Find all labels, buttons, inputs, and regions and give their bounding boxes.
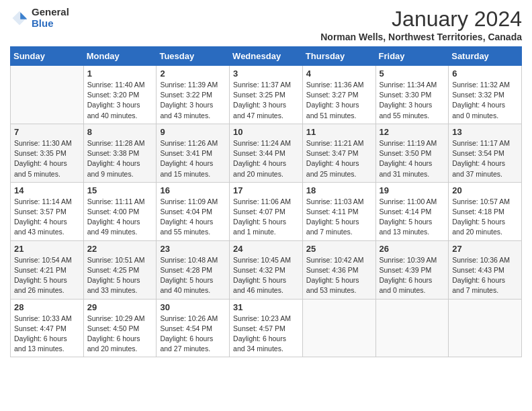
day-number: 21 bbox=[14, 244, 80, 254]
day-cell bbox=[302, 299, 375, 357]
day-number: 10 bbox=[233, 127, 299, 137]
day-number: 11 bbox=[306, 127, 372, 137]
day-cell: 4Sunrise: 11:36 AMSunset: 3:27 PMDayligh… bbox=[302, 66, 375, 124]
day-cell: 29Sunrise: 10:29 AMSunset: 4:50 PMDaylig… bbox=[83, 299, 157, 357]
day-cell: 25Sunrise: 10:42 AMSunset: 4:36 PMDaylig… bbox=[302, 240, 375, 299]
day-info: Sunrise: 11:28 AMSunset: 3:38 PMDaylight… bbox=[87, 138, 153, 179]
day-cell: 30Sunrise: 10:26 AMSunset: 4:54 PMDaylig… bbox=[157, 299, 230, 357]
day-cell bbox=[11, 66, 84, 124]
weekday-header-wednesday: Wednesday bbox=[230, 47, 303, 66]
day-info: Sunrise: 11:11 AMSunset: 4:00 PMDaylight… bbox=[87, 197, 153, 238]
day-cell: 7Sunrise: 11:30 AMSunset: 3:35 PMDayligh… bbox=[11, 124, 84, 182]
day-info: Sunrise: 11:26 AMSunset: 3:41 PMDaylight… bbox=[160, 138, 226, 179]
day-number: 7 bbox=[14, 127, 80, 137]
day-info: Sunrise: 11:19 AMSunset: 3:50 PMDaylight… bbox=[380, 138, 445, 179]
day-cell: 19Sunrise: 11:00 AMSunset: 4:14 PMDaylig… bbox=[375, 182, 449, 240]
calendar-table: SundayMondayTuesdayWednesdayThursdayFrid… bbox=[10, 46, 522, 357]
day-info: Sunrise: 11:39 AMSunset: 3:22 PMDaylight… bbox=[160, 80, 226, 121]
day-info: Sunrise: 11:09 AMSunset: 4:04 PMDaylight… bbox=[160, 197, 226, 238]
day-number: 22 bbox=[87, 244, 153, 254]
day-info: Sunrise: 10:39 AMSunset: 4:39 PMDaylight… bbox=[380, 255, 445, 296]
day-info: Sunrise: 11:30 AMSunset: 3:35 PMDaylight… bbox=[14, 138, 80, 179]
day-number: 31 bbox=[233, 302, 299, 312]
week-row-4: 21Sunrise: 10:54 AMSunset: 4:21 PMDaylig… bbox=[11, 240, 522, 299]
day-info: Sunrise: 11:37 AMSunset: 3:25 PMDaylight… bbox=[233, 80, 299, 121]
day-cell: 26Sunrise: 10:39 AMSunset: 4:39 PMDaylig… bbox=[375, 240, 449, 299]
day-cell: 3Sunrise: 11:37 AMSunset: 3:25 PMDayligh… bbox=[230, 66, 303, 124]
day-cell: 31Sunrise: 10:23 AMSunset: 4:57 PMDaylig… bbox=[230, 299, 303, 357]
day-info: Sunrise: 11:06 AMSunset: 4:07 PMDaylight… bbox=[233, 197, 299, 238]
logo-text: General Blue bbox=[32, 7, 69, 29]
day-number: 25 bbox=[306, 244, 372, 254]
day-info: Sunrise: 10:57 AMSunset: 4:18 PMDaylight… bbox=[452, 197, 518, 238]
day-cell bbox=[375, 299, 449, 357]
day-number: 6 bbox=[452, 68, 518, 79]
day-number: 15 bbox=[87, 185, 153, 195]
logo: General Blue bbox=[10, 7, 69, 29]
logo-blue: Blue bbox=[32, 18, 69, 30]
day-info: Sunrise: 10:29 AMSunset: 4:50 PMDaylight… bbox=[87, 314, 153, 355]
day-cell: 10Sunrise: 11:24 AMSunset: 3:44 PMDaylig… bbox=[230, 124, 303, 182]
logo-general: General bbox=[32, 7, 69, 18]
day-info: Sunrise: 10:36 AMSunset: 4:43 PMDaylight… bbox=[452, 255, 518, 296]
week-row-3: 14Sunrise: 11:14 AMSunset: 3:57 PMDaylig… bbox=[11, 182, 522, 240]
day-cell: 6Sunrise: 11:32 AMSunset: 3:32 PMDayligh… bbox=[449, 66, 522, 124]
day-number: 28 bbox=[14, 302, 80, 312]
day-number: 12 bbox=[380, 127, 445, 137]
day-info: Sunrise: 11:00 AMSunset: 4:14 PMDaylight… bbox=[380, 197, 445, 238]
day-number: 19 bbox=[380, 185, 445, 195]
day-cell: 17Sunrise: 11:06 AMSunset: 4:07 PMDaylig… bbox=[230, 182, 303, 240]
day-cell: 12Sunrise: 11:19 AMSunset: 3:50 PMDaylig… bbox=[375, 124, 449, 182]
svg-marker-2 bbox=[20, 12, 27, 19]
day-cell: 8Sunrise: 11:28 AMSunset: 3:38 PMDayligh… bbox=[83, 124, 157, 182]
day-info: Sunrise: 11:34 AMSunset: 3:30 PMDaylight… bbox=[380, 80, 445, 121]
day-info: Sunrise: 11:21 AMSunset: 3:47 PMDaylight… bbox=[306, 138, 372, 179]
day-number: 18 bbox=[306, 185, 372, 195]
day-number: 29 bbox=[87, 302, 153, 312]
day-info: Sunrise: 10:51 AMSunset: 4:25 PMDaylight… bbox=[87, 255, 153, 296]
day-cell: 23Sunrise: 10:48 AMSunset: 4:28 PMDaylig… bbox=[157, 240, 230, 299]
day-info: Sunrise: 10:48 AMSunset: 4:28 PMDaylight… bbox=[160, 255, 226, 296]
weekday-header-monday: Monday bbox=[83, 47, 157, 66]
day-info: Sunrise: 11:40 AMSunset: 3:20 PMDaylight… bbox=[87, 80, 153, 121]
day-number: 2 bbox=[160, 68, 226, 79]
day-number: 5 bbox=[380, 68, 445, 79]
day-info: Sunrise: 11:32 AMSunset: 3:32 PMDaylight… bbox=[452, 80, 518, 121]
day-info: Sunrise: 11:17 AMSunset: 3:54 PMDaylight… bbox=[452, 138, 518, 179]
day-cell: 2Sunrise: 11:39 AMSunset: 3:22 PMDayligh… bbox=[157, 66, 230, 124]
day-cell: 1Sunrise: 11:40 AMSunset: 3:20 PMDayligh… bbox=[83, 66, 157, 124]
weekday-header-saturday: Saturday bbox=[449, 47, 522, 66]
month-title: January 2024 bbox=[320, 7, 522, 32]
day-cell: 28Sunrise: 10:33 AMSunset: 4:47 PMDaylig… bbox=[11, 299, 84, 357]
weekday-header-row: SundayMondayTuesdayWednesdayThursdayFrid… bbox=[11, 47, 522, 66]
weekday-header-thursday: Thursday bbox=[302, 47, 375, 66]
day-cell: 11Sunrise: 11:21 AMSunset: 3:47 PMDaylig… bbox=[302, 124, 375, 182]
day-info: Sunrise: 10:45 AMSunset: 4:32 PMDaylight… bbox=[233, 255, 299, 296]
day-cell: 27Sunrise: 10:36 AMSunset: 4:43 PMDaylig… bbox=[449, 240, 522, 299]
day-info: Sunrise: 11:24 AMSunset: 3:44 PMDaylight… bbox=[233, 138, 299, 179]
page-header: General Blue January 2024 Norman Wells, … bbox=[10, 7, 522, 42]
day-cell: 21Sunrise: 10:54 AMSunset: 4:21 PMDaylig… bbox=[11, 240, 84, 299]
title-block: January 2024 Norman Wells, Northwest Ter… bbox=[320, 7, 522, 42]
day-info: Sunrise: 11:36 AMSunset: 3:27 PMDaylight… bbox=[306, 80, 372, 121]
day-cell: 24Sunrise: 10:45 AMSunset: 4:32 PMDaylig… bbox=[230, 240, 303, 299]
day-cell: 14Sunrise: 11:14 AMSunset: 3:57 PMDaylig… bbox=[11, 182, 84, 240]
day-number: 14 bbox=[14, 185, 80, 195]
day-number: 23 bbox=[160, 244, 226, 254]
day-info: Sunrise: 11:14 AMSunset: 3:57 PMDaylight… bbox=[14, 197, 80, 238]
day-number: 16 bbox=[160, 185, 226, 195]
day-cell: 18Sunrise: 11:03 AMSunset: 4:11 PMDaylig… bbox=[302, 182, 375, 240]
day-number: 8 bbox=[87, 127, 153, 137]
day-info: Sunrise: 10:54 AMSunset: 4:21 PMDaylight… bbox=[14, 255, 80, 296]
day-cell: 22Sunrise: 10:51 AMSunset: 4:25 PMDaylig… bbox=[83, 240, 157, 299]
week-row-1: 1Sunrise: 11:40 AMSunset: 3:20 PMDayligh… bbox=[11, 66, 522, 124]
day-number: 30 bbox=[160, 302, 226, 312]
day-number: 17 bbox=[233, 185, 299, 195]
day-number: 9 bbox=[160, 127, 226, 137]
day-number: 24 bbox=[233, 244, 299, 254]
day-cell: 13Sunrise: 11:17 AMSunset: 3:54 PMDaylig… bbox=[449, 124, 522, 182]
weekday-header-tuesday: Tuesday bbox=[157, 47, 230, 66]
week-row-2: 7Sunrise: 11:30 AMSunset: 3:35 PMDayligh… bbox=[11, 124, 522, 182]
day-cell bbox=[449, 299, 522, 357]
day-number: 1 bbox=[87, 68, 153, 79]
